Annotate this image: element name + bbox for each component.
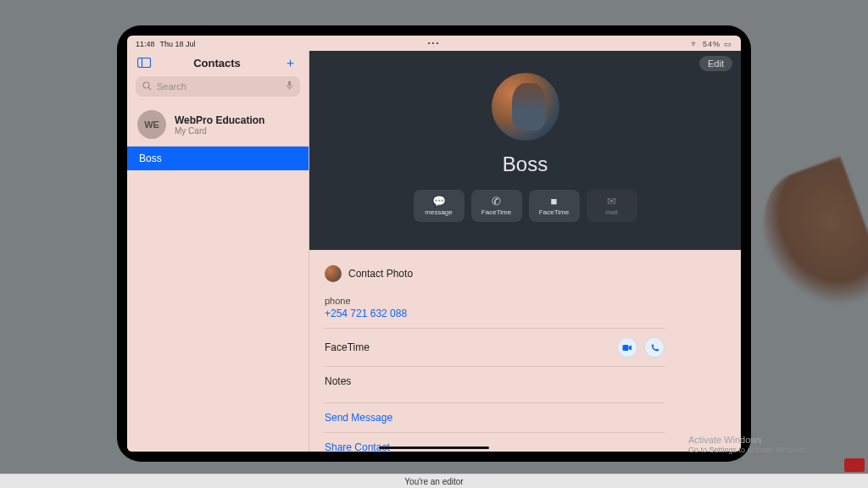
sidebar-title: Contacts — [153, 57, 281, 69]
message-button[interactable]: 💬 message — [414, 190, 465, 222]
contact-photo-label: Contact Photo — [348, 268, 413, 280]
contact-detail-body: Contact Photo phone +254 721 632 088 Fac… — [309, 250, 741, 452]
facetime-audio-label: FaceTime — [481, 208, 511, 216]
notes-row[interactable]: Notes — [325, 367, 665, 403]
footer-text: You're an editor — [404, 477, 463, 486]
status-time: 11:48 — [136, 40, 155, 48]
svg-rect-0 — [138, 58, 151, 68]
facetime-audio-round-button[interactable] — [644, 337, 665, 358]
watermark-title: Activate Windows — [688, 434, 809, 446]
phone-label: phone — [325, 296, 665, 306]
phone-icon: ✆ — [492, 196, 501, 207]
corner-badge — [844, 458, 865, 472]
svg-point-2 — [143, 82, 149, 88]
svg-rect-6 — [623, 345, 629, 351]
ipad-screen: 11:48 Thu 18 Jul ᯤ 54% ▭ ••• Contacts ＋ — [127, 36, 741, 452]
facetime-audio-button[interactable]: ✆ FaceTime — [471, 190, 522, 222]
message-icon: 💬 — [432, 196, 446, 207]
contact-header: Edit Boss 💬 message ✆ FaceTime ■ — [309, 51, 741, 250]
video-icon: ■ — [551, 196, 558, 207]
send-message-link[interactable]: Send Message — [325, 403, 665, 433]
facetime-row-label: FaceTime — [325, 341, 370, 353]
footer-bar: You're an editor — [0, 474, 868, 488]
contact-row-boss[interactable]: Boss — [127, 147, 309, 170]
mail-button: ✉ mail — [587, 190, 637, 222]
ipad-frame: 11:48 Thu 18 Jul ᯤ 54% ▭ ••• Contacts ＋ — [117, 25, 751, 462]
watermark-subtitle: Go to Settings to activate Windows. — [688, 446, 809, 456]
multitask-dots[interactable]: ••• — [428, 39, 440, 47]
my-card-name: WebPro Education — [175, 114, 264, 126]
home-indicator[interactable] — [379, 446, 489, 449]
sidebar-toggle-icon[interactable] — [136, 54, 153, 71]
wifi-icon: ᯤ — [691, 40, 699, 48]
mail-label: mail — [605, 208, 618, 216]
mail-icon: ✉ — [607, 196, 616, 207]
contact-detail-panel: Edit Boss 💬 message ✆ FaceTime ■ — [309, 51, 741, 452]
battery-icon: ▭ — [724, 40, 732, 48]
battery-pct: 54% — [703, 40, 721, 48]
my-card-avatar: WE — [137, 110, 166, 139]
action-row: 💬 message ✆ FaceTime ■ FaceTime ✉ — [414, 190, 637, 222]
mic-icon[interactable] — [286, 80, 293, 92]
my-card-subtitle: My Card — [175, 126, 264, 136]
facetime-video-round-button[interactable] — [617, 337, 637, 358]
svg-rect-4 — [288, 81, 291, 86]
svg-line-3 — [148, 87, 151, 90]
search-field[interactable] — [136, 76, 300, 97]
phone-value[interactable]: +254 721 632 088 — [325, 308, 665, 319]
facetime-video-label: FaceTime — [539, 208, 569, 216]
my-card-row[interactable]: WE WebPro Education My Card — [127, 103, 309, 147]
search-input[interactable] — [157, 81, 281, 92]
contacts-sidebar: Contacts ＋ WE WebPro Education — [127, 51, 309, 452]
windows-activation-watermark: Activate Windows Go to Settings to activ… — [688, 434, 809, 456]
edit-button[interactable]: Edit — [699, 56, 732, 71]
contact-avatar[interactable] — [492, 73, 559, 141]
facetime-row: FaceTime — [325, 329, 665, 367]
facetime-video-button[interactable]: ■ FaceTime — [529, 190, 580, 222]
contact-photo-thumb — [325, 265, 342, 282]
finger-overlay — [745, 157, 868, 327]
contact-name: Boss — [503, 152, 548, 176]
message-label: message — [425, 208, 452, 216]
contact-photo-row[interactable]: Contact Photo — [325, 260, 665, 291]
share-contact-link[interactable]: Share Contact — [325, 433, 665, 452]
status-date: Thu 18 Jul — [160, 40, 196, 48]
phone-field[interactable]: phone +254 721 632 088 — [325, 291, 665, 329]
search-icon — [142, 81, 152, 92]
add-contact-button[interactable]: ＋ — [281, 54, 298, 71]
